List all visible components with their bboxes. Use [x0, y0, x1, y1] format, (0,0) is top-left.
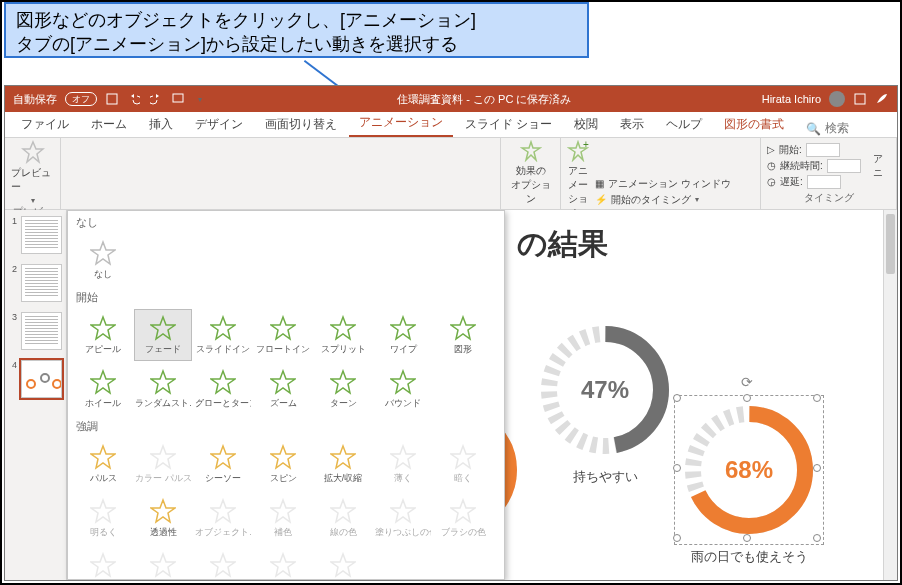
selection-handle[interactable]: [813, 464, 821, 472]
animation-バウンド[interactable]: バウンド: [374, 363, 432, 415]
svg-marker-4: [522, 142, 540, 160]
qat-customize-icon[interactable]: ▾: [193, 92, 207, 106]
animation-label: アピール: [75, 343, 131, 356]
svg-marker-17: [271, 317, 295, 339]
animation-グローとターン[interactable]: グローとターン: [194, 363, 252, 415]
animation-ズーム[interactable]: ズーム: [254, 363, 312, 415]
tab-ファイル[interactable]: ファイル: [11, 112, 79, 137]
star-icon: [390, 498, 416, 524]
animation-ワイプ[interactable]: ワイプ: [374, 309, 432, 361]
animation-pane-button[interactable]: ▦アニメーション ウィンドウ: [595, 177, 760, 191]
tab-校閲[interactable]: 校閲: [564, 112, 608, 137]
tab-スライド ショー[interactable]: スライド ショー: [455, 112, 562, 137]
instruction-callout: 図形などのオブジェクトをクリックし、[アニメーション] タブの[アニメーション]…: [4, 2, 589, 58]
animation-ホイール[interactable]: ホイール: [74, 363, 132, 415]
animation-スライドイン[interactable]: スライドイン: [194, 309, 252, 361]
delay-icon: ◶: [767, 176, 776, 187]
vertical-scrollbar[interactable]: [883, 210, 897, 580]
slide-thumbnail-2[interactable]: 2: [9, 264, 62, 302]
selection-handle[interactable]: [673, 394, 681, 402]
animation-ブラシの色[interactable]: ブラシの色: [434, 492, 492, 544]
animation-なし[interactable]: なし: [74, 234, 132, 286]
animation-ランダムスト…[interactable]: ランダムスト…: [134, 363, 192, 415]
svg-marker-3: [23, 142, 43, 162]
animation-暗く[interactable]: 暗く: [434, 438, 492, 490]
tab-ホーム[interactable]: ホーム: [81, 112, 137, 137]
animation-フロートイン[interactable]: フロートイン: [254, 309, 312, 361]
user-avatar-icon[interactable]: [829, 91, 845, 107]
trigger-button[interactable]: ⚡開始のタイミング▾: [595, 193, 760, 207]
animation-パルス[interactable]: パルス: [74, 438, 132, 490]
animation-シーソー[interactable]: シーソー: [194, 438, 252, 490]
tab-context-shape-format[interactable]: 図形の書式: [714, 112, 794, 137]
preview-button[interactable]: プレビュー ▾: [11, 140, 54, 205]
donut-chart-3[interactable]: 68%⟳: [679, 400, 819, 540]
selection-handle[interactable]: [813, 534, 821, 542]
animation-下線[interactable]: 下線: [134, 546, 192, 580]
tab-挿入[interactable]: 挿入: [139, 112, 183, 137]
tab-アニメーション[interactable]: アニメーション: [349, 110, 453, 137]
animation-label: 塗りつぶしの色: [375, 526, 431, 539]
star-icon: [330, 498, 356, 524]
animation-label: ワイプ: [375, 343, 431, 356]
brushstroke-icon[interactable]: [875, 92, 889, 106]
undo-icon[interactable]: [127, 92, 141, 106]
tab-表示[interactable]: 表示: [610, 112, 654, 137]
animation-カラー パルス[interactable]: カラー パルス: [134, 438, 192, 490]
selection-handle[interactable]: [813, 394, 821, 402]
slide-canvas[interactable]: の結果 5%ンがかわいい47%持ちやすい68%⟳雨の日でも使えそう なしなし開始…: [67, 210, 897, 580]
autosave-toggle[interactable]: オフ: [65, 92, 97, 106]
animation-ウェーブ[interactable]: ウェーブ: [314, 546, 372, 580]
timing-duration-field[interactable]: [827, 159, 861, 173]
animation-補色[interactable]: 補色: [254, 492, 312, 544]
selection-handle[interactable]: [673, 464, 681, 472]
redo-icon[interactable]: [149, 92, 163, 106]
slide-thumbnail-1[interactable]: 1: [9, 216, 62, 254]
svg-marker-44: [271, 554, 295, 576]
animation-ターン[interactable]: ターン: [314, 363, 372, 415]
selection-handle[interactable]: [743, 534, 751, 542]
donut-chart-2[interactable]: 47%: [535, 320, 675, 460]
star-icon: [210, 552, 236, 578]
svg-marker-28: [151, 446, 175, 468]
tab-ヘルプ[interactable]: ヘルプ: [656, 112, 712, 137]
animation-ボールドフラ…[interactable]: ボールドフラ…: [194, 546, 252, 580]
timing-duration-label: 継続時間:: [780, 159, 823, 173]
from-beginning-icon[interactable]: [171, 92, 185, 106]
donut-caption: 持ちやすい: [535, 468, 675, 486]
animation-拡大/収縮[interactable]: 拡大/収縮: [314, 438, 372, 490]
rotate-handle-icon[interactable]: ⟳: [741, 374, 753, 390]
animation-薄く[interactable]: 薄く: [374, 438, 432, 490]
timing-start-field[interactable]: [806, 143, 840, 157]
animation-label: ボールドフラ…: [195, 580, 251, 581]
animation-塗りつぶしの色[interactable]: 塗りつぶしの色: [374, 492, 432, 544]
animation-透過性[interactable]: 透過性: [134, 492, 192, 544]
animation-オブジェクト…[interactable]: オブジェクト…: [194, 492, 252, 544]
save-icon[interactable]: [105, 92, 119, 106]
tab-画面切り替え[interactable]: 画面切り替え: [255, 112, 347, 137]
animation-label: ズーム: [255, 397, 311, 410]
animation-スピン[interactable]: スピン: [254, 438, 312, 490]
animation-線の色[interactable]: 線の色: [314, 492, 372, 544]
animation-アピール[interactable]: アピール: [74, 309, 132, 361]
selection-handle[interactable]: [743, 394, 751, 402]
timing-delay-field[interactable]: [807, 175, 841, 189]
ribbon-display-icon[interactable]: [853, 92, 867, 106]
animation-明るく[interactable]: 明るく: [74, 492, 132, 544]
animation-フォントの色[interactable]: フォントの色: [74, 546, 132, 580]
star-icon: [390, 369, 416, 395]
svg-rect-0: [107, 94, 117, 104]
animation-label: ターン: [315, 397, 371, 410]
selection-handle[interactable]: [673, 534, 681, 542]
star-icon: [450, 498, 476, 524]
animation-フェード[interactable]: フェード: [134, 309, 192, 361]
effect-options-button[interactable]: 効果の オプション ▾: [507, 140, 554, 217]
animation-図形[interactable]: 図形: [434, 309, 492, 361]
svg-marker-27: [91, 446, 115, 468]
slide-thumbnail-3[interactable]: 3: [9, 312, 62, 350]
animation-太字表示[interactable]: 太字表示: [254, 546, 312, 580]
slide-thumbnail-4[interactable]: 4: [9, 360, 62, 398]
search-placeholder[interactable]: 検索: [825, 120, 849, 137]
animation-スプリット[interactable]: スプリット: [314, 309, 372, 361]
tab-デザイン[interactable]: デザイン: [185, 112, 253, 137]
